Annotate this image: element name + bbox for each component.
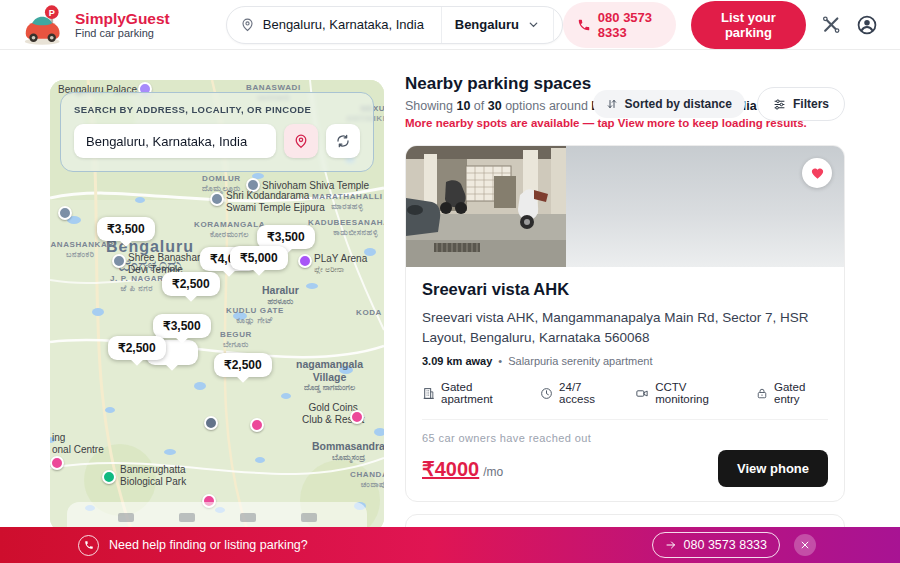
filters-button-label: Filters <box>793 97 829 111</box>
banner-phone-icon <box>78 535 99 556</box>
filters-sliders-icon <box>773 98 786 111</box>
header-search[interactable] <box>227 7 441 43</box>
feature-gated-entry: Gated entry <box>756 381 828 405</box>
map-label-jpnagar: J. P. NAGARಜೆ ಪಿ ನಗರ <box>110 274 164 293</box>
map-label-nagamangala: nagamangalaVillageದೊಡ್ಡ ನಾಗಮಂಗಲ <box>296 358 363 393</box>
lock-icon <box>756 387 768 400</box>
brand-name: SimplyGuest <box>75 10 170 28</box>
location-target-icon <box>293 133 309 149</box>
bannerughatta-poi-marker[interactable] <box>102 470 116 484</box>
sort-arrows-icon <box>606 98 618 110</box>
results-panel: Nearby parking spaces Showing 10 of 30 o… <box>405 74 845 563</box>
city-select-value: Bengaluru <box>455 17 519 32</box>
brand-logo[interactable]: P SimplyGuest Find car parking <box>22 4 170 46</box>
chevron-down-icon <box>527 18 540 31</box>
map-panel[interactable]: Bengaluru Palace BANASWADIಬಾನಸವಾಡಿ NEXUA… <box>50 80 384 532</box>
poi-marker-pink-1[interactable] <box>250 418 264 432</box>
listing-price: ₹4000 <box>422 458 479 480</box>
map-control-glyph <box>118 513 134 522</box>
map-label-chandapura: CHANDAPIಚಂದಾಪು <box>350 470 384 489</box>
map-control-glyph <box>179 513 195 522</box>
listing-social-proof: 65 car owners have reached out <box>422 432 828 444</box>
header-phone-number: 080 3573 8333 <box>598 10 662 40</box>
map-label-banashankari: BANASHANKARIಬನಶಂಕರಿ <box>50 240 117 259</box>
parking-photo <box>406 146 566 267</box>
sort-button-label: Sorted by distance <box>625 97 732 111</box>
heart-filled-icon <box>810 166 825 181</box>
poi-marker-gray-1[interactable] <box>58 206 72 220</box>
price-marker-4[interactable]: ₹5,000 <box>230 246 288 270</box>
gold-coins-poi-marker[interactable] <box>350 410 364 424</box>
map-search-input[interactable] <box>74 124 276 158</box>
meta-separator: • <box>498 355 502 367</box>
cctv-camera-icon <box>635 387 649 400</box>
poi-marker-metro[interactable] <box>204 416 218 430</box>
listing-meta: 3.09 km away • Salarpuria serenity apart… <box>422 355 828 367</box>
feature-gated-apartment: Gated apartment <box>422 381 519 405</box>
refresh-icon <box>335 133 351 149</box>
use-my-location-button[interactable] <box>284 124 318 158</box>
listing-price-unit: /mo <box>483 465 503 479</box>
listing-title: Sreevari vista AHK <box>422 280 828 299</box>
poi-marker-pink-2[interactable] <box>50 456 64 470</box>
listing-price-block: ₹4000/mo <box>422 457 503 481</box>
filters-button[interactable]: Filters <box>757 87 845 121</box>
view-phone-button[interactable]: View phone <box>718 450 828 487</box>
close-icon <box>800 540 810 550</box>
banner-call-button[interactable]: 080 3573 8333 <box>652 532 780 558</box>
map-label-koda: KODA <box>356 308 382 318</box>
card-divider <box>422 419 828 420</box>
listing-photo[interactable] <box>406 146 844 267</box>
car-logo-icon: P <box>22 4 66 46</box>
banner-close-button[interactable] <box>794 534 816 556</box>
listing-features: Gated apartment 24/7 access CCTV monitor… <box>422 381 828 405</box>
map-label-koramangala: KORAMANGALAಕೋರಮಂಗಲ <box>194 220 265 239</box>
account-avatar-icon[interactable] <box>856 14 878 36</box>
banashankari-temple-poi-marker[interactable] <box>112 254 126 268</box>
help-banner: Need help finding or listing parking? 08… <box>0 527 900 563</box>
price-marker-5[interactable]: ₹2,500 <box>162 272 220 296</box>
price-marker-6[interactable]: ₹3,500 <box>153 314 211 338</box>
header-phone-badge[interactable]: 080 3573 8333 <box>563 2 676 48</box>
price-marker-8[interactable]: ₹2,500 <box>214 353 272 377</box>
map-control-glyph <box>240 513 256 522</box>
kodandarama-poi-marker[interactable] <box>210 192 224 206</box>
results-count: 10 <box>456 99 470 113</box>
location-pin-icon <box>240 17 255 32</box>
listing-card[interactable]: Sreevari vista AHK Sreevari vista AHK, M… <box>405 145 845 502</box>
building-icon <box>422 387 435 400</box>
map-label-kodandarama: Shri KodandaramaSwami Temple Ejipura <box>226 190 325 214</box>
arrow-right-icon <box>665 539 677 551</box>
map-search-overlay: SEARCH BY ADDRESS, LOCALITY, OR PINCODE <box>60 92 374 172</box>
favorite-toggle-button[interactable] <box>802 158 832 188</box>
favorites-button[interactable]: 2 <box>553 7 563 43</box>
top-header: P SimplyGuest Find car parking Bengaluru <box>0 0 900 50</box>
brand-tagline: Find car parking <box>75 27 170 39</box>
feature-cctv: CCTV monitoring <box>635 381 735 405</box>
map-label-haralur: Haralurಹರಳೂರು <box>262 284 299 306</box>
svg-text:P: P <box>49 7 55 17</box>
city-select[interactable]: Bengaluru <box>441 7 553 43</box>
tools-icon[interactable] <box>821 15 841 35</box>
price-marker-1[interactable]: ₹3,500 <box>97 217 155 241</box>
map-control-glyph <box>301 513 317 522</box>
banner-phone-number: 080 3573 8333 <box>684 538 767 552</box>
list-your-parking-button[interactable]: List your parking <box>691 1 806 49</box>
sort-button[interactable]: Sorted by distance <box>593 90 745 118</box>
map-label-national-centre: ingonal Centre <box>52 432 104 456</box>
map-label-kudlu-gate: KUDLU GATEಕೂಡ್ಲು ಗೇಟ್ <box>226 306 284 325</box>
clock-icon <box>540 387 553 400</box>
phone-icon <box>577 18 591 32</box>
refresh-search-button[interactable] <box>326 124 360 158</box>
map-label-bommasandra: Bommasandraಬೊಮ್ಮಸಂದ್ರ <box>312 440 384 462</box>
header-search-group: Bengaluru 2 <box>226 6 563 44</box>
play-arena-poi-marker[interactable] <box>298 254 312 268</box>
feature-access: 24/7 access <box>540 381 614 405</box>
header-search-input[interactable] <box>263 17 428 32</box>
price-marker-7[interactable]: ₹2,500 <box>108 336 166 360</box>
map-label-play-arena: PLaY Arenaಪ್ಲೇ ಅರೀನಾ <box>314 253 367 275</box>
listing-distance: 3.09 km away <box>422 355 492 367</box>
banner-help-text: Need help finding or listing parking? <box>109 538 308 552</box>
map-label-kadubeesanahalli: KADUBEESANAHALLIಕಾಡುಬೀಸನಹಳ್ಳಿ <box>308 218 384 237</box>
listing-address: Sreevari vista AHK, Mangammanapalya Main… <box>422 308 828 347</box>
